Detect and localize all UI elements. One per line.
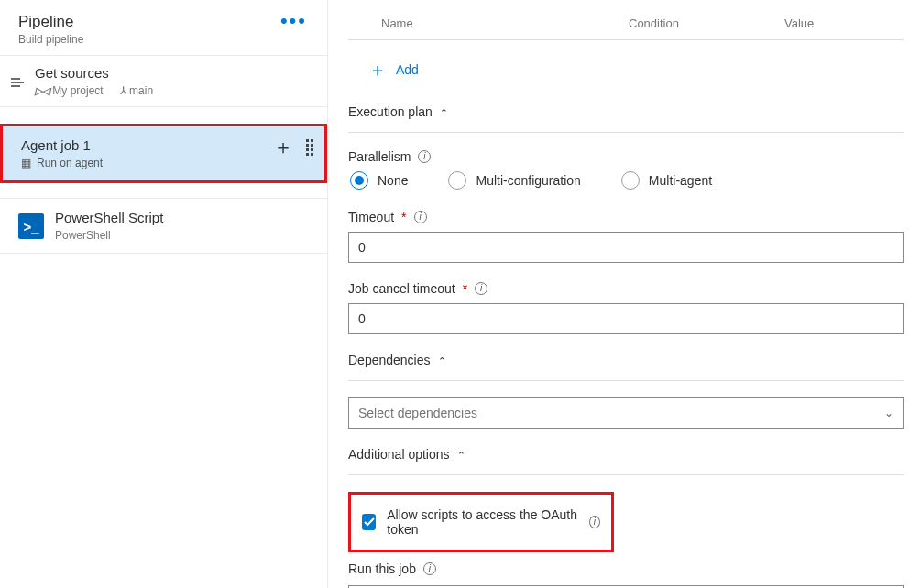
pipeline-title: Pipeline bbox=[18, 13, 279, 31]
timeout-input[interactable] bbox=[348, 232, 904, 263]
dependencies-header[interactable]: Dependencies ⌄ bbox=[348, 353, 904, 367]
info-icon[interactable]: i bbox=[418, 150, 431, 163]
radio-multi-agent[interactable]: Multi-agent bbox=[621, 171, 712, 190]
timeout-label: Timeout bbox=[348, 210, 394, 224]
info-icon[interactable]: i bbox=[475, 282, 487, 295]
job-cancel-timeout-label: Job cancel timeout bbox=[348, 281, 455, 296]
repo-icon: ▷◁ bbox=[35, 85, 49, 96]
task-row[interactable]: >_ PowerShell Script PowerShell bbox=[0, 198, 327, 254]
plus-icon: ＋ bbox=[368, 60, 387, 79]
add-task-button[interactable]: ＋ bbox=[273, 137, 293, 158]
oauth-highlight: Allow scripts to access the OAuth token … bbox=[348, 492, 614, 552]
add-label: Add bbox=[396, 62, 419, 77]
pipeline-more-actions-button[interactable]: ••• bbox=[279, 13, 309, 29]
col-value: Value bbox=[784, 16, 814, 30]
drag-handle-icon[interactable] bbox=[306, 139, 313, 156]
radio-multi-configuration[interactable]: Multi-configuration bbox=[448, 171, 580, 190]
radio-none[interactable]: None bbox=[350, 171, 408, 190]
col-name: Name bbox=[354, 16, 629, 30]
add-variable-button[interactable]: ＋ Add bbox=[368, 60, 904, 79]
oauth-label: Allow scripts to access the OAuth token bbox=[387, 507, 578, 537]
info-icon[interactable]: i bbox=[414, 211, 427, 223]
pipeline-subtitle: Build pipeline bbox=[18, 33, 279, 46]
agent-job-subtitle: Run on agent bbox=[37, 157, 103, 169]
oauth-checkbox[interactable] bbox=[362, 514, 376, 530]
chevron-down-icon: ⌄ bbox=[884, 407, 893, 419]
powershell-icon: >_ bbox=[18, 213, 44, 239]
additional-options-header[interactable]: Additional options ⌄ bbox=[348, 447, 904, 462]
sources-icon bbox=[11, 78, 26, 87]
agent-icon: ▦ bbox=[21, 157, 31, 169]
chevron-up-icon: ⌄ bbox=[438, 354, 446, 366]
task-title: PowerShell Script bbox=[55, 210, 163, 225]
task-subtitle: PowerShell bbox=[55, 229, 163, 242]
pipeline-tree: Pipeline Build pipeline ••• Get sources … bbox=[0, 0, 328, 588]
project-name: My project bbox=[52, 84, 103, 97]
get-sources-title: Get sources bbox=[35, 65, 153, 81]
chevron-up-icon: ⌄ bbox=[440, 106, 448, 118]
chevron-up-icon: ⌄ bbox=[457, 449, 465, 461]
col-condition: Condition bbox=[629, 16, 784, 30]
dependencies-select[interactable]: Select dependencies ⌄ bbox=[348, 397, 904, 429]
execution-plan-header[interactable]: Execution plan ⌄ bbox=[348, 104, 904, 119]
get-sources-row[interactable]: Get sources ▷◁ My project ⅄ main bbox=[0, 55, 327, 107]
branch-name: main bbox=[129, 84, 153, 97]
job-settings-pane: Name Condition Value ＋ Add Execution pla… bbox=[328, 0, 920, 588]
parallelism-label: Parallelism bbox=[348, 149, 411, 164]
agent-job-row[interactable]: Agent job 1 ▦Run on agent ＋ bbox=[0, 124, 327, 183]
variables-table-header: Name Condition Value bbox=[348, 16, 904, 40]
run-this-job-label: Run this job bbox=[348, 561, 416, 576]
parallelism-radio-group: None Multi-configuration Multi-agent bbox=[348, 171, 904, 190]
job-cancel-timeout-input[interactable] bbox=[348, 303, 904, 334]
info-icon[interactable]: i bbox=[589, 516, 600, 528]
info-icon[interactable]: i bbox=[423, 562, 436, 575]
branch-icon: ⅄ bbox=[120, 84, 126, 97]
agent-job-title: Agent job 1 bbox=[21, 137, 273, 153]
